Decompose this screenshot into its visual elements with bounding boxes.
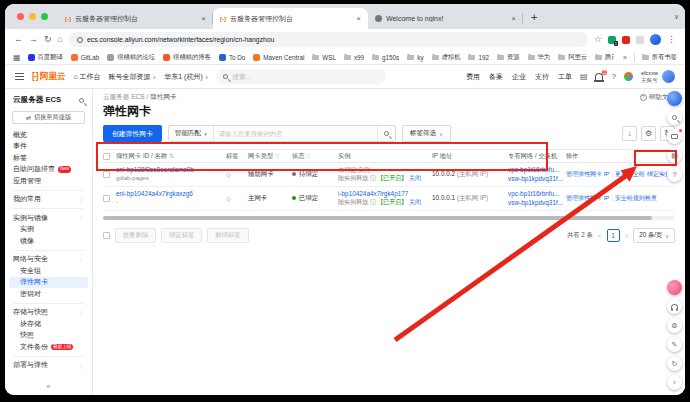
sidebar-item-文件备份[interactable]: 文件备份最新上线 (5, 341, 92, 353)
action-link[interactable]: 管理弹性网卡 IP (566, 194, 609, 203)
feedback-card-icon[interactable] (667, 129, 682, 144)
tab-close-button[interactable]: × (511, 14, 516, 23)
bookmark-item[interactable]: 很糟糕的论坛 (107, 53, 155, 62)
sidebar-item-部署与弹性[interactable]: 部署与弹性⋮ (5, 360, 92, 372)
browser-tab[interactable]: [-]云服务器管理控制台× (213, 8, 368, 29)
new-tab-button[interactable]: + (531, 11, 537, 23)
bookmark-folder[interactable]: WSL (312, 54, 336, 61)
settings-gear-icon[interactable]: ⚙ (641, 126, 656, 141)
table-search-icon[interactable] (377, 126, 395, 141)
all-bookmarks-button[interactable]: 所有书签 (634, 53, 677, 62)
region-selector[interactable]: 华东1 (杭州)∨ (164, 72, 208, 82)
group-menu-kebab-icon[interactable]: ⋮ (78, 309, 84, 316)
sort-icon[interactable]: ⇅ (169, 153, 174, 159)
batch-button[interactable]: 绑定标签 (161, 228, 202, 243)
browser-menu-icon[interactable]: ⋮ (667, 35, 676, 44)
topnav-link[interactable]: 工单 (558, 72, 572, 82)
bookmark-folder[interactable]: 虚拟机 (432, 53, 461, 62)
rail-help-icon[interactable]: ? (667, 167, 682, 182)
sidebar-item-标签[interactable]: 标签 (5, 152, 92, 164)
sidebar-item-网络与安全[interactable]: 网络与安全⋮ (5, 254, 92, 266)
support-headset-icon[interactable] (667, 299, 682, 314)
bookmarks-overflow-chevron[interactable]: » (623, 54, 627, 61)
tag-icon[interactable]: ◇ (226, 195, 231, 202)
action-link[interactable]: 安全组规则检查 (615, 194, 657, 203)
topnav-link[interactable]: 支持 (535, 72, 549, 82)
export-icon[interactable]: ↓ (622, 126, 637, 141)
sidebar-item-我的常用[interactable]: 我的常用⋮ (5, 194, 92, 206)
release-close-link[interactable]: 关闭 (409, 175, 421, 181)
group-menu-kebab-icon[interactable]: ⋮ (78, 214, 84, 221)
tab-close-button[interactable]: × (201, 14, 206, 23)
extension-icon-green[interactable] (608, 36, 616, 44)
group-menu-kebab-icon[interactable]: ⋮ (78, 256, 84, 263)
aliyun-logo[interactable]: [-] 阿里云 (32, 71, 65, 83)
aliyun-app-icon[interactable] (624, 72, 633, 81)
bookmark-folder[interactable]: 华为 (528, 53, 551, 62)
bookmark-item[interactable]: 百度翻译 (28, 53, 63, 62)
promo-icon[interactable] (667, 280, 682, 295)
row-checkbox[interactable] (103, 171, 110, 178)
sidebar-item-弹性网卡[interactable]: 弹性网卡 (9, 277, 88, 289)
sidebar-item-应用管理[interactable]: 应用管理 (5, 175, 92, 187)
prev-page-button[interactable]: < (598, 232, 602, 239)
filter-funnel-icon[interactable]: ▽ (275, 153, 279, 159)
tab-close-button[interactable]: × (356, 14, 361, 23)
select-all-checkbox[interactable] (103, 153, 110, 160)
console-search[interactable] (216, 69, 386, 84)
tag-filter-button[interactable]: 标签筛选∨ (402, 125, 451, 142)
current-page[interactable]: 1 (607, 229, 620, 242)
forward-button[interactable]: → (29, 35, 38, 44)
sidebar-collapse-icon[interactable]: « (5, 379, 92, 395)
rail-collapse-chevron-icon[interactable]: › (667, 375, 682, 390)
tag-icon[interactable]: ◇ (226, 171, 231, 178)
workbench-link[interactable]: ⌂工作台 (73, 72, 100, 82)
bookmark-item[interactable]: To Do (219, 54, 245, 61)
action-link[interactable]: 管理弹性网卡 IP (566, 170, 609, 179)
resource-scope-dropdown[interactable]: 账号全部资源∨ (109, 72, 157, 82)
batch-button[interactable]: 解绑标签 (207, 228, 248, 243)
site-info-icon[interactable] (77, 37, 83, 43)
bookmark-folder[interactable]: 阿里云 (558, 53, 587, 62)
sidebar-item-密钥对[interactable]: 密钥对 (5, 288, 92, 300)
notifications-bell-icon[interactable] (595, 73, 603, 81)
side-panel-icon[interactable]: ▦ (13, 53, 21, 62)
batch-button[interactable]: 批量删除 (115, 228, 156, 243)
table-search-input[interactable] (214, 130, 377, 137)
instance-id-link[interactable]: i-bp10424a4x7lrgk4p177 (338, 190, 428, 199)
bookmark-folder[interactable]: 腾讯 (595, 53, 614, 62)
tab-search-chevron-icon[interactable]: ∨ (674, 13, 679, 21)
bookmark-folder[interactable]: 192 (468, 54, 489, 61)
filter-funnel-icon[interactable]: ▽ (307, 153, 311, 159)
vswitch-link[interactable]: vsw-bp1kpdvq31f... (508, 175, 562, 184)
topnav-link[interactable]: 备案 (489, 72, 503, 82)
browser-tab[interactable]: Welcome to nginx!× (368, 8, 523, 29)
hamburger-menu-icon[interactable] (15, 73, 24, 80)
sidebar-item-镜像[interactable]: 镜像 (5, 235, 92, 247)
feedback-edit-icon[interactable]: ✎ (667, 337, 682, 352)
next-page-button[interactable]: > (625, 232, 629, 239)
rail-settings-gear-icon[interactable]: ⚙ (667, 318, 682, 333)
bookmark-item[interactable]: GitLab (71, 54, 100, 61)
group-menu-kebab-icon[interactable]: ⋮ (78, 362, 84, 369)
console-apps-grid-icon[interactable]: ▤ (580, 73, 588, 81)
sidebar-item-快照[interactable]: 快照 (5, 330, 92, 342)
console-search-input[interactable] (232, 73, 379, 80)
sidebar-item-块存储[interactable]: 块存储 (5, 318, 92, 330)
sidebar-item-安全组[interactable]: 安全组 (5, 265, 92, 277)
browser-tab[interactable]: [-]云服务器管理控制台× (58, 8, 213, 29)
group-menu-kebab-icon[interactable]: ⋮ (78, 196, 84, 203)
bookmark-folder[interactable]: 资源 (497, 53, 520, 62)
breadcrumb-root[interactable]: 云服务器 ECS (103, 93, 145, 100)
topnav-link[interactable]: 企业 (512, 72, 526, 82)
reload-button[interactable]: ↻ (44, 35, 52, 44)
account-avatar[interactable] (662, 70, 675, 83)
vswitch-link[interactable]: vsw-bp1kpdvq31f... (508, 199, 562, 208)
release-close-link[interactable]: 关闭 (409, 199, 421, 205)
topnav-link[interactable]: 费用 (466, 72, 480, 82)
sidebar-item-事件[interactable]: 事件 (5, 141, 92, 153)
rail-refresh-icon[interactable]: ↻ (667, 356, 682, 371)
address-bar[interactable]: ecs.console.aliyun.com/networkinterfaces… (69, 32, 588, 47)
home-button[interactable]: ⌂ (58, 35, 63, 44)
bookmark-folder[interactable]: ky (407, 54, 423, 61)
